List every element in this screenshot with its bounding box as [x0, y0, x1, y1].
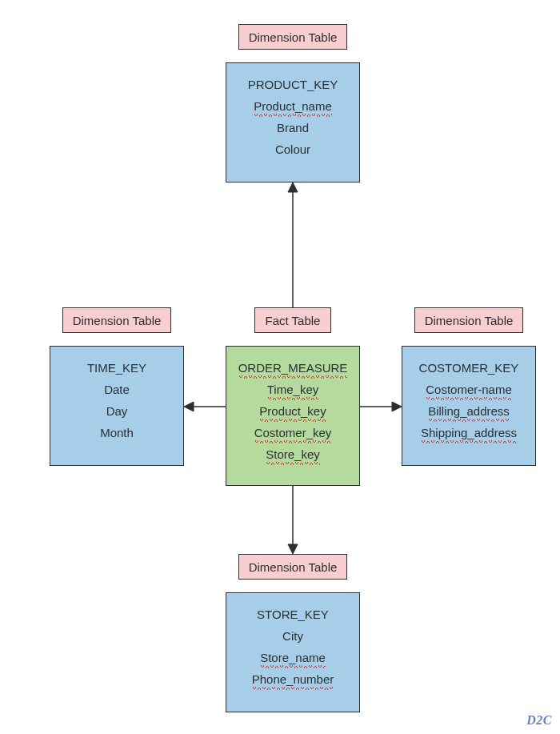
table-order: ORDER_MEASURETime_keyProduct_keyCostomer… [226, 346, 360, 486]
label-dimension-top: Dimension Table [238, 24, 347, 50]
table-row: PRODUCT_KEY [248, 76, 338, 93]
svg-marker-3 [288, 544, 298, 554]
table-row: Costomer_key [254, 424, 332, 441]
arrow-left [184, 400, 226, 413]
table-row: Store_name [260, 649, 326, 666]
table-row: COSTOMER_KEY [419, 359, 519, 376]
table-row: Product_name [254, 98, 332, 114]
table-row: TIME_KEY [87, 359, 146, 376]
table-row: Time_key [267, 381, 318, 398]
table-row: Phone_number [252, 671, 334, 688]
table-row: Store_key [266, 446, 320, 463]
label-dimension-bottom: Dimension Table [238, 554, 347, 580]
label-text: Dimension Table [249, 560, 338, 574]
table-row: STORE_KEY [257, 606, 329, 623]
table-row: Shipping_address [421, 424, 517, 441]
label-dimension-left: Dimension Table [62, 307, 171, 333]
label-text: Fact Table [266, 314, 321, 327]
arrow-right [360, 400, 402, 413]
arrow-up [286, 182, 299, 307]
table-row: Brand [277, 119, 309, 136]
table-row: City [282, 628, 303, 644]
label-fact: Fact Table [254, 307, 331, 333]
table-store: STORE_KEYCityStore_namePhone_number [226, 592, 360, 712]
table-customer: COSTOMER_KEYCostomer-nameBilling_address… [402, 346, 536, 466]
table-row: Product_key [259, 403, 326, 419]
svg-marker-1 [288, 182, 298, 192]
arrow-down [286, 486, 299, 554]
table-product: PRODUCT_KEYProduct_nameBrandColour [226, 62, 360, 182]
label-text: Dimension Table [425, 314, 514, 327]
label-dimension-right: Dimension Table [414, 307, 523, 333]
table-row: Day [106, 403, 128, 419]
watermark: D2C [526, 713, 552, 728]
table-time: TIME_KEYDateDayMonth [50, 346, 184, 466]
table-row: ORDER_MEASURE [238, 359, 348, 376]
label-text: Dimension Table [73, 314, 162, 327]
table-row: Date [104, 381, 130, 398]
svg-marker-7 [392, 402, 402, 411]
svg-marker-5 [184, 402, 194, 411]
diagram-canvas: Dimension Table PRODUCT_KEYProduct_nameB… [0, 0, 560, 734]
table-row: Colour [275, 141, 310, 158]
table-row: Billing_address [428, 403, 510, 419]
label-text: Dimension Table [249, 30, 338, 44]
table-row: Costomer-name [426, 381, 512, 398]
table-row: Month [100, 424, 134, 441]
